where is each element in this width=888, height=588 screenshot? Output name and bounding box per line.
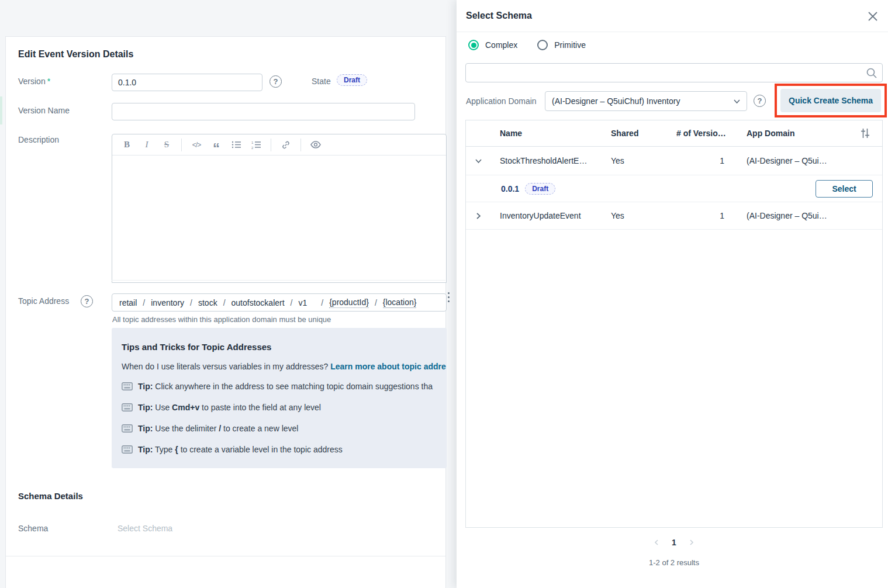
topic-separator: / — [321, 298, 323, 307]
application-domain-value: (AI-Designer – Q5uiChuf) Inventory — [552, 96, 680, 106]
topic-segment[interactable]: stock — [198, 298, 217, 307]
radio-primitive[interactable]: Primitive — [537, 40, 586, 50]
footer-divider — [6, 556, 445, 556]
description-toolbar: B I S </> “ 12 — [112, 134, 446, 155]
schema-select-placeholder[interactable]: Select Schema — [118, 524, 172, 533]
application-domain-label: Application Domain — [466, 96, 537, 106]
close-icon[interactable] — [866, 9, 880, 23]
row-versions: 1 — [676, 211, 742, 220]
topic-separator: / — [143, 298, 145, 307]
toolbar-divider — [271, 139, 271, 151]
left-edge-highlight — [0, 96, 2, 124]
state-draft-badge: Draft — [337, 74, 367, 86]
version-input[interactable] — [112, 74, 262, 91]
current-page[interactable]: 1 — [672, 538, 676, 547]
radio-primitive-label: Primitive — [554, 40, 586, 50]
topic-address-input[interactable]: retail / inventory / stock / outofstocka… — [112, 293, 447, 312]
header-versions[interactable]: # of Versio… — [676, 129, 742, 138]
radio-complex-label: Complex — [485, 40, 517, 50]
version-draft-badge: Draft — [525, 183, 555, 195]
header-name[interactable]: Name — [490, 129, 611, 138]
link-icon[interactable] — [277, 137, 295, 153]
schema-type-radio-group: Complex Primitive — [468, 40, 586, 50]
table-row[interactable]: InventoryUpdateEvent Yes 1 (AI-Designer … — [466, 202, 882, 230]
version-label-text: Version — [18, 77, 46, 86]
state-label: State — [312, 77, 331, 86]
radio-selected-icon[interactable] — [468, 40, 479, 50]
topic-segment[interactable]: inventory — [151, 298, 184, 307]
chevron-right-icon[interactable] — [466, 212, 490, 220]
version-name-input[interactable] — [112, 103, 415, 120]
learn-more-link[interactable]: Learn more about topic addre — [330, 362, 446, 371]
topic-separator: / — [190, 298, 192, 307]
numbered-list-icon[interactable]: 12 — [247, 137, 265, 153]
bullet-list-icon[interactable] — [227, 137, 245, 153]
page-next-icon[interactable] — [688, 539, 695, 546]
quick-create-schema-button[interactable]: Quick Create Schema — [780, 89, 881, 112]
results-count: 1-2 of 2 results — [465, 558, 883, 567]
select-button[interactable]: Select — [816, 180, 873, 198]
italic-icon[interactable]: I — [138, 137, 156, 153]
bold-icon[interactable]: B — [118, 137, 136, 153]
description-editor[interactable]: B I S </> “ 12 — [112, 134, 447, 283]
table-header-row: Name Shared # of Versio… App Domain — [466, 120, 882, 147]
chevron-down-icon[interactable] — [466, 157, 490, 165]
version-name-label: Version Name — [18, 106, 70, 115]
row-shared: Yes — [611, 211, 676, 220]
row-name: InventoryUpdateEvent — [490, 211, 611, 220]
blockquote-icon[interactable]: “ — [208, 137, 225, 153]
toolbar-divider — [181, 139, 182, 151]
topic-variable-segment[interactable]: {location} — [383, 298, 417, 308]
schema-details-heading: Schema Details — [18, 491, 83, 501]
tips-intro: When do I use literals versus variables … — [122, 362, 447, 371]
tip-item: Tip: Click anywhere in the address to se… — [122, 382, 447, 391]
topic-segment[interactable]: v1 — [298, 298, 307, 307]
section-divider — [112, 280, 445, 281]
search-icon[interactable] — [866, 67, 877, 79]
svg-text:1: 1 — [251, 141, 254, 144]
preview-eye-icon[interactable] — [307, 137, 324, 153]
radio-unselected-icon[interactable] — [537, 40, 548, 50]
version-help-icon[interactable]: ? — [269, 75, 282, 88]
header-shared[interactable]: Shared — [611, 129, 676, 138]
keyboard-icon — [122, 424, 133, 433]
tip-item: Tip: Type { to create a variable level i… — [122, 445, 447, 454]
topic-separator: / — [375, 298, 377, 307]
header-app-domain[interactable]: App Domain — [742, 129, 848, 138]
application-domain-dropdown[interactable]: (AI-Designer – Q5uiChuf) Inventory — [545, 91, 747, 111]
description-label: Description — [18, 135, 59, 144]
topic-separator: / — [291, 298, 293, 307]
topic-address-help-icon[interactable]: ? — [81, 295, 93, 307]
required-asterisk: * — [47, 77, 50, 86]
edit-event-version-panel: Edit Event Version Details Version* ? St… — [5, 36, 446, 588]
column-settings-icon[interactable] — [848, 127, 882, 139]
header-divider — [457, 32, 888, 32]
page-prev-icon[interactable] — [653, 539, 660, 546]
row-app-domain: (AI-Designer – Q5ui… — [742, 211, 848, 220]
row-app-domain: (AI-Designer – Q5ui… — [742, 156, 848, 165]
version-sub-row: 0.0.1 Draft Select — [466, 175, 882, 202]
row-shared: Yes — [611, 156, 676, 165]
keyboard-icon — [122, 403, 133, 411]
code-icon[interactable]: </> — [188, 137, 205, 153]
version-number: 0.0.1 — [501, 184, 519, 193]
tip-text: Tip: Type { to create a variable level i… — [138, 445, 343, 454]
table-row[interactable]: StockThresholdAlertE… Yes 1 (AI-Designer… — [466, 147, 882, 175]
description-textarea[interactable] — [112, 155, 446, 283]
panel-resize-handle[interactable] — [448, 292, 451, 302]
tips-title: Tips and Tricks for Topic Addresses — [122, 342, 271, 352]
topic-variable-segment[interactable]: {productId} — [329, 298, 369, 308]
application-domain-help-icon[interactable]: ? — [754, 95, 766, 107]
keyboard-icon — [122, 382, 133, 390]
keyboard-icon — [122, 445, 133, 454]
strikethrough-icon[interactable]: S — [158, 137, 175, 153]
row-versions: 1 — [676, 156, 742, 165]
topic-segment[interactable]: outofstockalert — [231, 298, 285, 307]
dialog-title: Select Schema — [466, 11, 532, 21]
select-schema-dialog: Select Schema Complex Primitive Applicat… — [457, 0, 888, 588]
schema-search-input[interactable] — [466, 64, 882, 82]
schema-label: Schema — [18, 524, 48, 533]
topic-segment[interactable]: retail — [119, 298, 137, 307]
radio-complex[interactable]: Complex — [468, 40, 517, 50]
schema-table: Name Shared # of Versio… App Domain Stoc… — [465, 120, 883, 528]
